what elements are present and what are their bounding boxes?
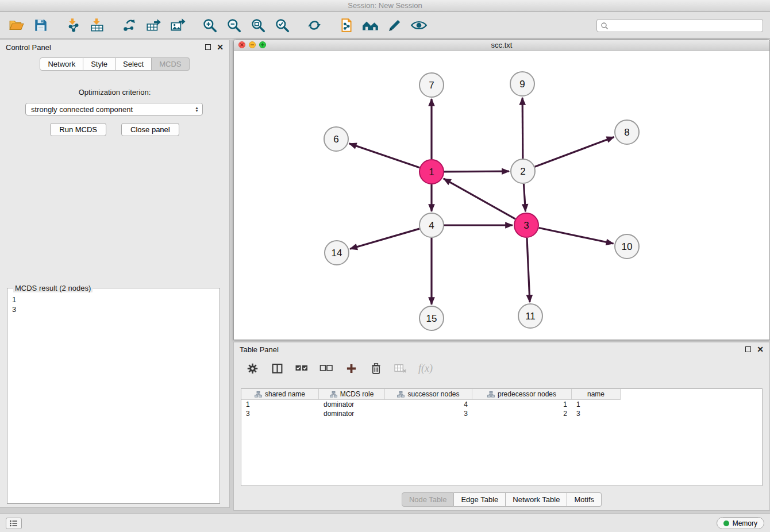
cell-successor-nodes: 3 (385, 410, 472, 418)
add-row-button[interactable] (344, 361, 358, 376)
column-type-icon (487, 391, 495, 398)
zoom-selected-icon (275, 18, 290, 33)
maximize-icon[interactable] (205, 44, 211, 50)
node-10[interactable]: 10 (615, 234, 639, 259)
node-4[interactable]: 4 (419, 213, 444, 237)
column-header-predecessor-nodes[interactable]: predecessor nodes (472, 389, 572, 400)
optimization-criterion-select[interactable]: strongly connected component ▲▼ (25, 103, 203, 115)
show-hide-button[interactable] (407, 14, 431, 37)
column-header-successor-nodes[interactable]: successor nodes (385, 389, 472, 400)
deselect-all-rows-button[interactable] (319, 361, 333, 376)
edge-1-6[interactable] (349, 144, 419, 168)
mcds-result-line: 3 (12, 304, 220, 314)
import-table-icon (89, 18, 105, 33)
memory-label: Memory (733, 519, 757, 527)
export-table-button[interactable] (141, 14, 165, 37)
edge-1-2[interactable] (444, 171, 509, 172)
function-builder-button[interactable]: f(x) (418, 361, 433, 376)
tab-network-table[interactable]: Network Table (506, 492, 567, 507)
node-7[interactable]: 7 (419, 73, 444, 97)
fx-icon: f(x) (418, 363, 433, 375)
svg-text:4: 4 (429, 220, 434, 231)
table-row[interactable]: 1 dominator 4 1 1 (241, 400, 762, 409)
edge-2-8[interactable] (535, 137, 614, 167)
node-table: shared name MCDS role successor nodes pr… (241, 388, 763, 486)
node-15[interactable]: 15 (419, 306, 444, 330)
import-network-button[interactable] (61, 14, 85, 37)
close-window-icon[interactable] (238, 41, 245, 48)
edge-3-11[interactable] (527, 238, 530, 302)
show-columns-button[interactable] (270, 361, 284, 376)
delete-row-button[interactable] (369, 361, 383, 376)
tab-node-table[interactable]: Node Table (402, 492, 455, 507)
run-mcds-button[interactable]: Run MCDS (50, 123, 106, 136)
svg-text:7: 7 (429, 80, 434, 91)
table-row[interactable]: 3 dominator 3 2 3 (241, 409, 762, 418)
search-input[interactable] (611, 22, 759, 30)
close-icon[interactable]: ✕ (217, 44, 224, 51)
control-panel-tabs: Network Style Select MCDS (0, 57, 229, 71)
column-header-name[interactable]: name (572, 389, 621, 400)
table-settings-button[interactable] (245, 361, 259, 376)
table-panel-header: Table Panel ✕ (234, 342, 769, 356)
tab-edge-table[interactable]: Edge Table (454, 492, 506, 507)
first-neighbors-button[interactable] (359, 14, 383, 37)
node-2[interactable]: 2 (511, 159, 535, 183)
save-session-button[interactable] (29, 14, 53, 37)
delete-table-icon (394, 363, 407, 374)
close-panel-button[interactable]: Close panel (121, 123, 179, 136)
open-session-button[interactable] (5, 14, 29, 37)
node-8[interactable]: 8 (615, 120, 639, 144)
column-header-mcds-role[interactable]: MCDS role (319, 389, 385, 400)
node-14[interactable]: 14 (325, 241, 349, 265)
window-title: Session: New Session (348, 1, 422, 10)
tab-style[interactable]: Style (83, 57, 116, 71)
network-window-titlebar[interactable]: scc.txt (234, 40, 769, 51)
tab-motifs[interactable]: Motifs (567, 492, 602, 507)
cell-mcds-role: dominator (319, 410, 385, 418)
memory-button[interactable]: Memory (717, 517, 764, 529)
tab-select[interactable]: Select (116, 57, 152, 71)
close-icon[interactable]: ✕ (757, 346, 764, 353)
zoom-in-button[interactable] (198, 14, 222, 37)
zoom-window-icon[interactable] (259, 41, 266, 48)
minimize-window-icon[interactable] (249, 41, 256, 48)
edge-3-10[interactable] (539, 228, 614, 244)
network-from-clipboard-button[interactable] (334, 14, 359, 37)
status-bar: Memory (0, 514, 770, 532)
zoom-out-button[interactable] (222, 14, 246, 37)
select-all-rows-button[interactable] (295, 361, 309, 376)
edge-3-1[interactable] (444, 179, 515, 219)
node-3[interactable]: 3 (514, 213, 538, 237)
annotation-button[interactable] (383, 14, 407, 37)
edge-2-9[interactable] (522, 98, 523, 159)
export-network-button[interactable] (117, 14, 141, 37)
refresh-view-button[interactable] (302, 14, 326, 37)
network-canvas[interactable]: 7968124314101511 (234, 51, 769, 340)
maximize-icon[interactable] (745, 346, 751, 352)
import-table-button[interactable] (85, 14, 109, 37)
network-from-clipboard-icon (339, 18, 354, 33)
zoom-selected-button[interactable] (270, 14, 294, 37)
edge-2-3[interactable] (523, 184, 525, 211)
svg-text:8: 8 (624, 127, 629, 138)
edge-4-14[interactable] (350, 229, 419, 249)
task-history-button[interactable] (6, 518, 22, 529)
node-6[interactable]: 6 (324, 127, 348, 151)
delete-table-button[interactable] (394, 361, 407, 376)
node-1[interactable]: 1 (419, 160, 444, 184)
import-network-icon (65, 18, 81, 33)
node-11[interactable]: 11 (518, 304, 542, 328)
cell-shared-name: 1 (241, 400, 319, 408)
export-image-button[interactable] (165, 14, 190, 37)
tab-mcds[interactable]: MCDS (152, 57, 189, 71)
gear-icon (247, 363, 259, 375)
tab-network[interactable]: Network (40, 57, 83, 71)
chevron-up-down-icon: ▲▼ (195, 106, 199, 112)
dropdown-selected-value: strongly connected component (31, 105, 133, 114)
zoom-fit-button[interactable] (246, 14, 270, 37)
column-header-shared-name[interactable]: shared name (241, 389, 319, 400)
cell-name: 3 (572, 410, 621, 418)
node-9[interactable]: 9 (510, 72, 534, 96)
deselect-all-icon (319, 363, 333, 373)
